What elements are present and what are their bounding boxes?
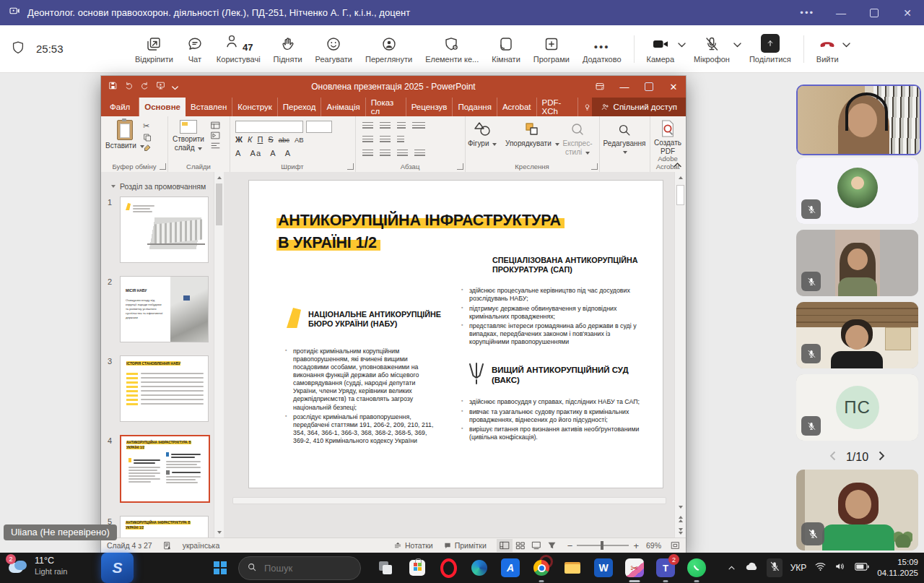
ppt-minimize-button[interactable]: — — [612, 76, 637, 98]
tab-pdfxchange[interactable]: PDF-XCh — [537, 98, 579, 116]
save-icon[interactable] — [108, 80, 118, 93]
ribbon-collapse-icon[interactable] — [674, 161, 681, 169]
paste-button[interactable]: Вставити — [105, 120, 144, 150]
page-next-icon[interactable] — [879, 451, 885, 464]
restore-button[interactable] — [858, 0, 891, 25]
leave-chevron[interactable] — [842, 38, 850, 51]
edge-icon[interactable] — [470, 558, 489, 577]
tray-chevron-icon[interactable] — [727, 561, 736, 574]
vaks-bullets[interactable]: здійснює правосуддя у справах, підслідни… — [461, 398, 643, 444]
share-access-button[interactable]: Спільний доступ — [592, 98, 686, 116]
zoom-slider[interactable] — [577, 545, 629, 546]
wifi-icon[interactable] — [814, 561, 827, 574]
search-input[interactable] — [263, 562, 331, 574]
start-slideshow-icon[interactable] — [156, 80, 165, 93]
comments-toggle[interactable]: Примітки — [443, 541, 487, 550]
font-name-box[interactable] — [235, 121, 303, 133]
qat-chevron-icon[interactable] — [172, 80, 178, 93]
react-button[interactable]: Реагувати — [309, 34, 359, 64]
app-s-icon[interactable]: S — [101, 553, 134, 583]
previous-slide-button[interactable] — [675, 514, 686, 524]
scroll-up-button[interactable] — [675, 173, 686, 183]
tab-acrobat[interactable]: Acrobat — [497, 98, 537, 116]
font-launcher[interactable] — [347, 163, 354, 170]
vaks-heading[interactable]: ВИЩИЙ АНТИКОРУПЦІЙНИЙ СУД (ВАКС) — [492, 366, 640, 385]
opera-icon[interactable] — [439, 558, 458, 577]
participant-tile-6[interactable] — [796, 470, 918, 550]
camera-button[interactable]: Камера — [640, 34, 681, 64]
participant-tile-3[interactable] — [796, 230, 918, 296]
current-slide[interactable]: АНТИКОРУПЦІЙНА ІНФРАСТРУКТУРА В УКРАЇНІ … — [249, 181, 663, 488]
weather-widget[interactable]: 2 11°C Light rain — [7, 556, 67, 576]
quick-styles-button[interactable]: Експрес-стилі — [556, 121, 599, 156]
tab-home[interactable]: Основне — [139, 98, 186, 116]
scrollbar-thumb[interactable] — [676, 185, 684, 205]
participant-tile-avatar[interactable] — [796, 157, 918, 224]
font-style-buttons[interactable]: Ж К П S abc АВ — [235, 135, 304, 144]
tab-review[interactable]: Рецензув — [406, 98, 453, 116]
zoom-in-button[interactable]: + — [633, 540, 639, 551]
clipboard-launcher[interactable] — [160, 163, 166, 170]
section-header[interactable]: Розділ за промовчанням — [111, 182, 206, 191]
word-icon[interactable]: W — [594, 558, 613, 577]
slide-thumb-2[interactable]: МІСІЯ НАБУ Очищуємо владу від корупції з… — [120, 276, 209, 342]
camera-chevron[interactable] — [678, 38, 686, 51]
redo-icon[interactable] — [140, 80, 149, 93]
language-switcher[interactable]: УКР — [790, 563, 807, 573]
zoom-slider-thumb[interactable] — [601, 541, 603, 550]
chat-button[interactable]: Чат — [180, 34, 210, 64]
slide-thumb-5[interactable]: АНТИКОРУПЦІЙНА ІНФРАСТРУКТУРА В УКРАЇНІ … — [120, 516, 209, 538]
participants-button[interactable]: 47 Користувачі — [210, 34, 267, 64]
minimize-button[interactable]: — — [824, 0, 858, 25]
editing-button[interactable]: Редагування — [603, 122, 645, 155]
sap-bullets[interactable]: здійснює процесуальне керівництво під ча… — [461, 287, 640, 348]
whatsapp-icon[interactable] — [687, 558, 706, 577]
meeting-options-button[interactable]: Елементи ке... — [419, 34, 485, 64]
file-explorer-icon[interactable] — [563, 558, 582, 577]
clock[interactable]: 15:09 04.11.2025 — [877, 557, 918, 579]
slide-thumb-3[interactable]: ІСТОРІЯ СТАНОВЛЕННЯ НАБУ — [120, 355, 209, 422]
taskbar-search[interactable] — [238, 556, 361, 580]
indent-buttons[interactable] — [362, 136, 404, 144]
tab-transitions[interactable]: Переход — [278, 98, 322, 116]
raise-hand-button[interactable]: Підняти — [267, 34, 309, 64]
notes-toggle[interactable]: Нотатки — [393, 541, 433, 550]
more-button[interactable]: ••• Додатково — [576, 34, 628, 64]
participant-tile-initials[interactable]: ПС — [796, 374, 918, 441]
undo-icon[interactable] — [124, 80, 134, 93]
drawing-launcher[interactable] — [591, 163, 598, 170]
slide-title[interactable]: АНТИКОРУПЦІЙНА ІНФРАСТРУКТУРА В УКРАЇНІ … — [278, 210, 565, 254]
page-prev-icon[interactable] — [829, 451, 836, 464]
titlebar-more-icon[interactable]: ••• — [800, 7, 814, 18]
normal-view-button[interactable] — [497, 539, 513, 552]
language-indicator[interactable]: українська — [183, 541, 220, 550]
tab-slideshow[interactable]: Показ сл — [366, 98, 406, 116]
apps-button[interactable]: Програми — [527, 34, 576, 64]
zoom-out-button[interactable]: − — [567, 540, 573, 551]
fit-slide-button[interactable] — [667, 539, 683, 552]
slide-sorter-view-button[interactable] — [513, 539, 528, 552]
view-button[interactable]: Переглянути — [359, 34, 419, 64]
ppt-restore-button[interactable] — [637, 76, 661, 98]
paragraph-launcher[interactable] — [457, 163, 463, 170]
ppt-close-button[interactable]: ✕ — [661, 76, 686, 98]
reading-view-button[interactable] — [528, 539, 544, 552]
list-buttons[interactable] — [362, 122, 425, 130]
teams-icon[interactable]: T 2 — [656, 558, 675, 577]
slides-mini-buttons[interactable] — [211, 121, 220, 150]
slideshow-view-button[interactable] — [544, 539, 560, 552]
snipping-tool-icon[interactable]: ✂ — [625, 558, 644, 577]
mic-button[interactable]: Мікрофон — [687, 34, 736, 64]
tab-insert[interactable]: Вставлен — [186, 98, 232, 116]
participant-tile-4[interactable] — [796, 302, 918, 368]
tab-file[interactable]: Файл — [101, 98, 139, 116]
create-pdf-button[interactable]: Создать PDF — [651, 120, 684, 155]
scroll-down-button[interactable] — [675, 502, 686, 512]
onedrive-icon[interactable] — [744, 561, 759, 574]
nabu-heading[interactable]: НАЦІОНАЛЬНЕ АНТИКОРУПЦІЙНЕ БЮРО УКРАЇНИ … — [308, 310, 457, 328]
rooms-button[interactable]: Кімнати — [485, 34, 527, 64]
proofing-icon[interactable] — [162, 541, 173, 550]
tray-mic-muted-icon[interactable] — [767, 558, 783, 577]
tab-animations[interactable]: Анімація — [321, 98, 365, 116]
new-slide-button[interactable]: Створити слайд — [171, 120, 206, 152]
